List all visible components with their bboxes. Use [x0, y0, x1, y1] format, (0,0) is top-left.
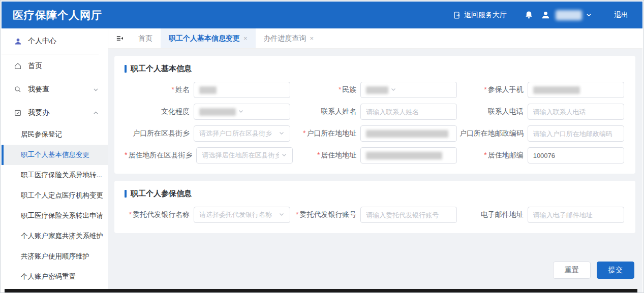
field-label: 居住地所在区县街乡 — [128, 151, 192, 159]
tab-close-icon[interactable]: × — [243, 35, 248, 42]
education-level-select[interactable] — [194, 104, 290, 120]
sidebar: 个人中心 首页 我要查 — [2, 28, 108, 292]
form-field-residence-address: *居住地地址 — [291, 147, 458, 164]
sidebar-item-designated-hospital-change[interactable]: 职工个人定点医疗机构变更 — [2, 185, 108, 206]
form-field-education: 文化程度 — [125, 104, 291, 120]
tab-employee-info-change[interactable]: 职工个人基本信息变更 × — [161, 28, 256, 48]
form-field-residence-district: *居住地所在区县街乡 请选择居住地所在区县街乡 — [125, 147, 291, 164]
field-label: 户口所在区县街乡 — [133, 129, 190, 137]
required-asterisk: * — [303, 129, 305, 137]
field-label: 居住地地址 — [321, 151, 356, 159]
return-doc-icon — [453, 11, 461, 19]
chevron-down-icon — [390, 86, 396, 94]
form-field-insured-phone: *参保人手机 — [458, 82, 625, 98]
form-field-hukou-address: *户口所在地地址 — [291, 125, 458, 142]
sidebar-item-label: 个人中心 — [28, 37, 56, 46]
app-window: 医疗保障个人网厅 返回服务大厅 — [0, 0, 644, 293]
sidebar-item-query[interactable]: 我要查 — [2, 78, 108, 101]
residence-district-select[interactable]: 请选择居住地所在区县街乡 — [196, 147, 293, 164]
required-asterisk: * — [484, 151, 486, 159]
required-asterisk: * — [172, 85, 174, 93]
hukou-address-input[interactable] — [360, 125, 457, 142]
chevron-up-icon — [93, 110, 99, 116]
tab-label: 职工个人基本信息变更 — [169, 34, 240, 43]
sidebar-item-resident-registration[interactable]: 居民参保登记 — [2, 124, 108, 145]
section-title-basic-info: 职工个人基本信息 — [125, 64, 625, 74]
sidebar-item-label: 我要办 — [28, 108, 49, 117]
tab-close-icon[interactable]: × — [310, 35, 314, 42]
required-asterisk: * — [129, 210, 132, 218]
sidebar-item-mutual-account-order[interactable]: 共济账户使用顺序维护 — [2, 246, 108, 267]
sidebar-item-employee-info-change[interactable]: 职工个人基本信息变更 — [2, 145, 108, 165]
hukou-district-select[interactable]: 请选择户口所在区县街乡 — [194, 125, 290, 142]
user-avatar-icon[interactable] — [541, 10, 550, 20]
redacted-value — [366, 152, 442, 159]
sidebar-item-home[interactable]: 首页 — [2, 54, 108, 78]
user-icon — [14, 37, 22, 46]
bank-account-input[interactable] — [360, 207, 457, 223]
bottom-edge-bar — [5, 289, 637, 292]
form-field-nation: *民族 — [291, 82, 458, 98]
menu-fold-icon[interactable] — [108, 28, 130, 48]
form-field-hukou-district: 户口所在区县街乡 请选择户口所在区县街乡 — [125, 125, 291, 142]
hukou-postcode-input[interactable] — [528, 125, 624, 142]
redacted-value — [366, 86, 388, 94]
residence-postcode-input[interactable] — [528, 147, 624, 164]
field-label: 文化程度 — [161, 107, 190, 115]
required-asterisk: * — [339, 85, 341, 93]
tab-progress-query[interactable]: 办件进度查询 × — [256, 28, 322, 48]
email-input[interactable] — [528, 207, 624, 223]
required-asterisk: * — [296, 210, 298, 218]
field-label: 户口所在地邮政编码 — [459, 129, 524, 137]
sidebar-item-label: 首页 — [28, 61, 42, 71]
field-label: 参保人手机 — [488, 85, 524, 93]
sidebar-item-password-reset[interactable]: 个人账户密码重置 — [2, 267, 108, 287]
contact-phone-input[interactable] — [528, 104, 624, 120]
contact-name-input[interactable] — [360, 104, 457, 120]
redacted-value — [199, 86, 217, 94]
field-label: 姓名 — [175, 85, 190, 93]
submit-button[interactable]: 提交 — [597, 262, 634, 279]
name-input[interactable] — [194, 82, 290, 98]
return-service-hall-link[interactable]: 返回服务大厅 — [453, 11, 507, 20]
section-bar — [125, 190, 127, 198]
sidebar-item-label: 我要查 — [28, 85, 49, 94]
required-asterisk: * — [484, 85, 486, 93]
bell-icon[interactable] — [524, 10, 534, 20]
required-asterisk: * — [125, 151, 127, 159]
reset-button[interactable]: 重置 — [553, 262, 591, 279]
chevron-down-icon — [279, 211, 285, 219]
form-field-name: *姓名 — [125, 82, 291, 98]
page-content: 职工个人基本信息 *姓名 *民族 — [108, 49, 642, 292]
form-field-bank-account: *委托代发银行账号 — [291, 207, 458, 223]
username-redacted[interactable] — [556, 10, 582, 20]
insurance-info-card: 职工个人参保信息 *委托代发银行名称 请选择委托代发银行名称 *委托代发银行账号 — [114, 181, 635, 233]
field-label: 联系人电话 — [488, 107, 524, 115]
field-label: 民族 — [342, 85, 356, 93]
chevron-down-icon — [279, 130, 285, 138]
caret-down-icon[interactable] — [586, 12, 592, 18]
form-field-contact-name: 联系人姓名 — [291, 104, 458, 120]
sidebar-item-insurance-transfer-out[interactable]: 职工医疗保险关系转出申请 — [2, 206, 108, 226]
sidebar-item-handle[interactable]: 我要办 — [2, 101, 108, 124]
form-field-email: 电子邮件地址 — [458, 207, 625, 223]
logout-button[interactable]: 退出 — [614, 11, 628, 20]
section-bar — [125, 65, 127, 73]
sidebar-item-personal-center[interactable]: 个人中心 — [2, 28, 108, 54]
redacted-value — [199, 108, 236, 116]
field-label: 委托代发银行账号 — [299, 210, 356, 218]
tab-label: 首页 — [138, 34, 152, 43]
redacted-value — [533, 86, 580, 94]
field-label: 电子邮件地址 — [481, 210, 524, 218]
sidebar-item-family-mutual-aid[interactable]: 个人账户家庭共济关系维护 — [2, 226, 108, 246]
field-label: 居住地邮编 — [488, 151, 524, 159]
tab-home[interactable]: 首页 — [130, 28, 161, 48]
form-field-contact-phone: 联系人电话 — [458, 104, 625, 120]
residence-address-input[interactable] — [360, 147, 457, 164]
insured-phone-input[interactable] — [528, 82, 624, 98]
nation-select[interactable] — [360, 82, 457, 98]
field-label: 联系人姓名 — [321, 107, 356, 115]
chevron-down-icon — [93, 87, 99, 92]
sidebar-item-insurance-transfer-remote[interactable]: 职工医疗保险关系异地转... — [2, 165, 108, 185]
bank-name-select[interactable]: 请选择委托代发银行名称 — [194, 207, 290, 223]
